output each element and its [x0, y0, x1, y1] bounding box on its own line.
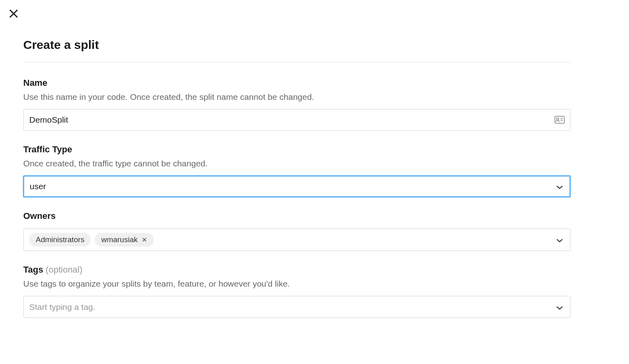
close-button[interactable]	[7, 7, 20, 20]
tags-field-group: Tags (optional) Use tags to organize you…	[23, 265, 570, 318]
owner-chip-administrators: Administrators	[29, 233, 91, 247]
owner-chip-wmarusiak: wmarusiak	[95, 233, 154, 247]
owners-select[interactable]: Administrators wmarusiak	[23, 229, 570, 251]
close-icon	[8, 8, 19, 19]
svg-rect-0	[555, 116, 564, 123]
name-description: Use this name in your code. Once created…	[23, 92, 570, 102]
traffic-type-field-group: Traffic Type Once created, the traffic t…	[23, 144, 570, 197]
tags-label: Tags (optional)	[23, 265, 570, 275]
divider	[23, 62, 570, 63]
traffic-type-select-wrapper: user	[23, 176, 570, 197]
svg-point-1	[556, 118, 558, 120]
name-input[interactable]	[23, 109, 570, 131]
traffic-type-value: user	[30, 182, 46, 191]
traffic-type-description: Once created, the traffic type cannot be…	[23, 159, 570, 168]
chip-label: Administrators	[36, 235, 84, 244]
owners-label: Owners	[23, 211, 570, 221]
tags-description: Use tags to organize your splits by team…	[23, 279, 570, 289]
traffic-type-label: Traffic Type	[23, 144, 570, 155]
id-card-icon	[554, 116, 565, 124]
tags-placeholder: Start typing a tag.	[29, 302, 95, 312]
traffic-type-select[interactable]: user	[23, 176, 570, 197]
name-label: Name	[23, 78, 570, 88]
owners-field-group: Owners Administrators wmarusiak	[23, 211, 570, 251]
name-field-group: Name Use this name in your code. Once cr…	[23, 78, 570, 131]
close-icon	[142, 237, 147, 242]
tags-label-text: Tags	[23, 265, 43, 275]
owners-select-wrapper: Administrators wmarusiak	[23, 229, 570, 251]
name-input-wrapper	[23, 109, 570, 131]
tags-input-wrapper: Start typing a tag.	[23, 296, 570, 318]
chip-label: wmarusiak	[101, 235, 138, 244]
tags-optional-text: (optional)	[46, 265, 83, 275]
form-container: Create a split Name Use this name in you…	[0, 0, 594, 348]
page-title: Create a split	[23, 38, 570, 52]
chip-remove-button[interactable]	[142, 237, 147, 243]
tags-input[interactable]: Start typing a tag.	[23, 296, 570, 318]
